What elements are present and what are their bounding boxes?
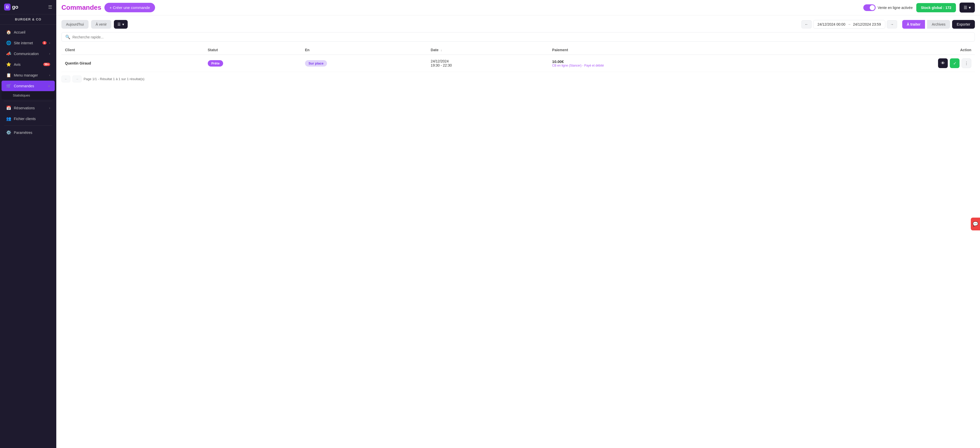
- menu-lines-icon: ☰: [964, 5, 967, 10]
- search-input[interactable]: [72, 35, 971, 39]
- pagination-next-button[interactable]: →: [72, 75, 81, 83]
- sidebar-item-parametres-label: Paramètres: [14, 131, 50, 135]
- online-sales-toggle-container: Vente en ligne activée: [863, 4, 913, 11]
- sidebar-nav: 🏠 Accueil 🌐 Site internet 1 › 📣 Communic…: [0, 25, 56, 448]
- sidebar-item-avis[interactable]: ⭐ Avis 99+: [2, 59, 55, 70]
- chat-icon: 💬: [972, 221, 978, 227]
- more-options-button[interactable]: ⋮: [962, 58, 971, 68]
- filter-right-buttons: À traiter Archives Exporter: [902, 20, 975, 29]
- sidebar-item-accueil-label: Accueil: [14, 30, 50, 34]
- site-internet-badge: 1: [43, 41, 46, 45]
- sort-icon: ↓: [441, 48, 442, 52]
- today-button[interactable]: Aujourd'hui: [61, 20, 89, 29]
- topbar-right: Vente en ligne activée Stock global : 17…: [863, 3, 975, 13]
- action-cell: 👁 ✓ ⋮: [802, 55, 975, 72]
- date-navigation: ← 24/12/2024 00:00 → 24/12/2024 23:59 →: [802, 20, 897, 29]
- filter-bar: Aujourd'hui À venir ☰ ▾ ← 24/12/2024 00:…: [61, 20, 975, 29]
- content-area: Aujourd'hui À venir ☰ ▾ ← 24/12/2024 00:…: [56, 15, 980, 448]
- date-next-button[interactable]: →: [887, 20, 897, 29]
- view-button[interactable]: ☰ ▾: [114, 20, 128, 29]
- sidebar-item-commandes[interactable]: 🛒 Commandes ∧: [2, 81, 55, 91]
- sidebar-item-communication-label: Communication: [14, 52, 46, 56]
- sidebar-brand: BURGER & CO: [0, 14, 56, 25]
- avis-badge: 99+: [43, 63, 50, 66]
- date-start: 24/12/2024 00:00: [818, 22, 845, 26]
- sidebar-item-site-internet[interactable]: 🌐 Site internet 1 ›: [2, 38, 55, 48]
- logo-icon: ü: [4, 3, 11, 11]
- sidebar-item-site-internet-label: Site internet: [14, 41, 40, 45]
- sidebar-item-reservations-label: Réservations: [14, 106, 46, 110]
- toggle-label: Vente en ligne activée: [878, 6, 913, 10]
- stock-button[interactable]: Stock global : 172: [916, 3, 956, 12]
- sidebar-item-fichier-clients[interactable]: 👥 Fichier clients: [2, 113, 55, 124]
- sidebar-item-accueil[interactable]: 🏠 Accueil: [2, 27, 55, 37]
- star-icon: ⭐: [6, 62, 11, 67]
- date-end: 24/12/2024 23:59: [853, 22, 881, 26]
- a-traiter-button[interactable]: À traiter: [902, 20, 925, 29]
- sidebar-item-parametres[interactable]: ⚙️ Paramètres: [2, 127, 55, 138]
- sidebar-header: ü go ☰: [0, 0, 56, 14]
- view-chevron-icon: ▾: [122, 22, 124, 26]
- floating-action-button[interactable]: 💬: [971, 218, 980, 230]
- logo-text: go: [12, 4, 18, 10]
- date-range: 24/12/2024 00:00 → 24/12/2024 23:59: [813, 20, 885, 29]
- view-lines-icon: ☰: [118, 22, 121, 26]
- sidebar-item-avis-label: Avis: [14, 62, 41, 67]
- clients-icon: 👥: [6, 116, 11, 121]
- client-cell: Quentin Giraud: [61, 55, 204, 72]
- payment-amount: 10.00€: [552, 59, 798, 64]
- logo: ü go: [4, 3, 18, 11]
- search-bar: 🔍: [61, 32, 975, 42]
- en-cell: Sur place: [301, 55, 427, 72]
- paiement-cell: 10.00€ CB en ligne (Stancer) - Payé et d…: [549, 55, 802, 72]
- statistiques-label: Statistiques: [13, 93, 30, 97]
- exporter-button[interactable]: Exporter: [952, 20, 975, 29]
- view-order-button[interactable]: 👁: [938, 58, 948, 68]
- sidebar-item-reservations[interactable]: 📅 Réservations ›: [2, 103, 55, 113]
- sidebar-item-menu-manager-label: Menu manager: [14, 73, 46, 77]
- table-row: Quentin Giraud Prête Sur place 24/12/202…: [61, 55, 975, 72]
- date-cell: 24/12/2024 19:30 - 22:30: [427, 55, 548, 72]
- home-icon: 🏠: [6, 30, 11, 35]
- client-name: Quentin Giraud: [65, 61, 91, 65]
- sidebar-item-communication[interactable]: 📣 Communication ›: [2, 48, 55, 59]
- chevron-down-icon: ›: [49, 73, 50, 77]
- hamburger-icon[interactable]: ☰: [48, 4, 52, 10]
- date-arrow-icon: →: [848, 22, 851, 26]
- chevron-up-icon: ∧: [48, 84, 50, 88]
- col-date[interactable]: Date ↓: [427, 45, 548, 55]
- chevron-down-icon: ›: [49, 52, 50, 56]
- page-title: Commandes: [61, 3, 101, 11]
- date-line2: 19:30 - 22:30: [431, 63, 545, 67]
- sidebar: ü go ☰ BURGER & CO 🏠 Accueil 🌐 Site inte…: [0, 0, 56, 448]
- chevron-down-icon: ›: [49, 41, 50, 45]
- pagination-prev-button[interactable]: ←: [61, 75, 70, 83]
- archives-button[interactable]: Archives: [927, 20, 950, 29]
- calendar-icon: 📅: [6, 105, 11, 110]
- col-action: Action: [802, 45, 975, 55]
- statut-cell: Prête: [204, 55, 301, 72]
- pagination: ← → Page 1/1 - Résultat 1 à 1 sur 1 résu…: [61, 75, 975, 83]
- online-sales-toggle[interactable]: [863, 4, 876, 11]
- orders-table: Client Statut En Date ↓ Paiement: [61, 45, 975, 72]
- sidebar-item-menu-manager[interactable]: 📋 Menu manager ›: [2, 70, 55, 80]
- sidebar-item-fichier-clients-label: Fichier clients: [14, 117, 50, 121]
- main-content: Commandes + Créer une commande Vente en …: [56, 0, 980, 448]
- col-client: Client: [61, 45, 204, 55]
- date-prev-button[interactable]: ←: [802, 20, 811, 29]
- col-statut: Statut: [204, 45, 301, 55]
- sidebar-subitem-statistiques[interactable]: Statistiques: [2, 91, 55, 99]
- upcoming-button[interactable]: À venir: [91, 20, 111, 29]
- topbar: Commandes + Créer une commande Vente en …: [56, 0, 980, 15]
- menu-icon: 📋: [6, 73, 11, 78]
- sidebar-item-commandes-label: Commandes: [14, 84, 45, 88]
- action-buttons: 👁 ✓ ⋮: [805, 58, 971, 68]
- commandes-submenu: Statistiques: [2, 91, 55, 99]
- search-icon: 🔍: [65, 35, 70, 40]
- table-header: Client Statut En Date ↓ Paiement: [61, 45, 975, 55]
- menu-button[interactable]: ☰ ▾: [959, 3, 975, 13]
- cart-icon: 🛒: [6, 83, 11, 88]
- confirm-order-button[interactable]: ✓: [950, 58, 959, 68]
- create-command-button[interactable]: + Créer une commande: [104, 3, 155, 12]
- status-badge-sur-place: Sur place: [305, 60, 327, 67]
